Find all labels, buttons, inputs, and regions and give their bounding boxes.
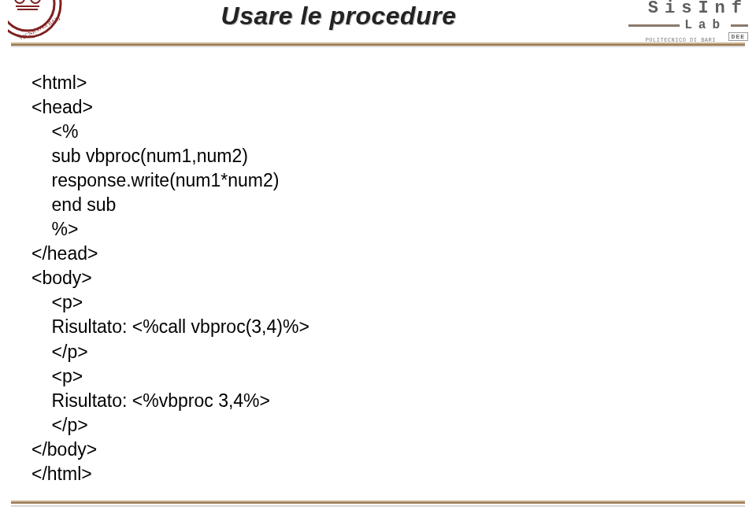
- code-line: <p>: [32, 292, 83, 312]
- header: TECNICO DI BARI Usare le procedure SisIn…: [0, 0, 756, 39]
- footer-divider-shadow: [11, 505, 745, 507]
- code-line: <p>: [32, 366, 83, 386]
- brand-mid-text: Lab: [680, 19, 731, 31]
- code-line: <head>: [32, 97, 93, 117]
- code-line: </body>: [32, 439, 97, 460]
- code-line: </html>: [32, 464, 92, 484]
- brand-top-text: SisInf: [614, 0, 748, 17]
- code-line: <html>: [32, 72, 87, 93]
- slide-content: <html> <head> <% sub vbproc(num1,num2) r…: [0, 47, 756, 486]
- code-line: Risultato: <%vbproc 3,4%>: [32, 390, 270, 411]
- code-line: </p>: [32, 415, 88, 435]
- code-block: <html> <head> <% sub vbproc(num1,num2) r…: [32, 71, 724, 486]
- svg-point-3: [15, 0, 24, 3]
- lab-logo: SisInf Lab POLITECNICO DI BARI DEE: [614, 0, 748, 46]
- code-line: <%: [32, 121, 78, 142]
- code-line: sub vbproc(num1,num2): [32, 146, 248, 166]
- divider: [628, 24, 680, 27]
- code-line: response.write(num1*num2): [32, 170, 279, 190]
- institution-seal-icon: TECNICO DI BARI: [8, 0, 63, 39]
- svg-point-4: [31, 0, 40, 3]
- footer-divider: [11, 501, 745, 504]
- code-line: <body>: [32, 268, 92, 288]
- page-title: Usare le procedure: [63, 0, 614, 31]
- divider: [731, 24, 748, 27]
- code-line: end sub: [32, 194, 116, 215]
- code-line: Risultato: <%call vbproc(3,4)%>: [32, 316, 309, 337]
- code-line: %>: [32, 219, 78, 239]
- brand-subtitle: POLITECNICO DI BARI: [646, 37, 716, 43]
- code-line: </p>: [32, 342, 88, 362]
- code-line: </head>: [32, 243, 98, 264]
- brand-box: DEE: [728, 32, 748, 41]
